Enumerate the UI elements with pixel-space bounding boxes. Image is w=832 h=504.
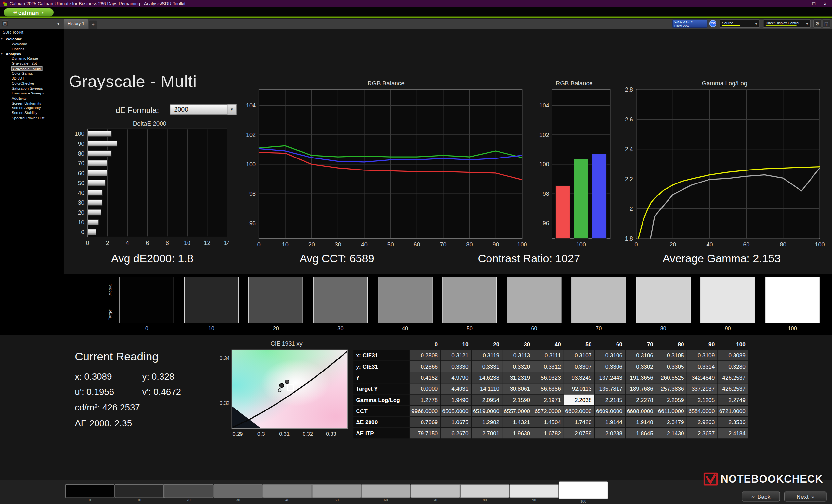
sidebar-item-screen-angularity[interactable]: Screen Angularity xyxy=(0,106,64,110)
level-thumbnail-100[interactable]: 100 xyxy=(559,484,608,503)
table-cell: 1.9144 xyxy=(595,417,625,427)
level-thumbnail-40[interactable]: 40 xyxy=(263,484,312,502)
table-cell: 0.0000 xyxy=(410,383,440,394)
display-control-dropdown[interactable]: Direct Display Control ▼ xyxy=(763,20,811,27)
sidebar-item-screen-stability[interactable]: Screen Stability xyxy=(0,110,64,115)
level-thumbnail-0[interactable]: 0 xyxy=(65,484,115,502)
de-formula-dropdown[interactable]: 2000 ▼ xyxy=(170,104,237,115)
de-formula-label: dE Formula: xyxy=(116,106,159,115)
sidebar-item-luminance-sweeps[interactable]: Luminance Sweeps xyxy=(0,91,64,96)
level-thumbnail-10[interactable]: 10 xyxy=(115,484,164,502)
svg-text:20: 20 xyxy=(670,241,676,248)
svg-text:98: 98 xyxy=(249,191,256,197)
svg-text:50: 50 xyxy=(387,241,394,248)
new-tab-button[interactable]: + xyxy=(89,21,97,29)
swatch-patch xyxy=(119,277,174,324)
sidebar-item-dynamic-range[interactable]: Dynamic Range xyxy=(0,56,64,61)
thumbnail-level-label: 30 xyxy=(213,499,263,502)
screen-icon[interactable]: ◱ xyxy=(823,20,830,27)
collapse-left-icon[interactable]: ◂ xyxy=(55,20,61,27)
table-cell: 6721.0000 xyxy=(718,405,748,416)
thumbnail-level-label: 100 xyxy=(559,500,608,503)
table-cell: 0.3314 xyxy=(687,361,717,372)
table-cell: 0.3105 xyxy=(656,350,687,361)
level-thumbnail-80[interactable]: 80 xyxy=(460,484,510,502)
avg-de-summary: Avg dE2000: 1.8 xyxy=(70,252,235,265)
thumbnail-level-label: 70 xyxy=(411,499,460,502)
table-col-header-30: 30 xyxy=(502,339,533,349)
sidebar-item-options[interactable]: Options xyxy=(0,47,64,51)
measurement-table: 0102030405060708090100x: CIE310.28080.31… xyxy=(353,339,748,439)
table-cell: 0.4152 xyxy=(410,372,440,383)
sidebar-group-analysis[interactable]: ▾Analysis xyxy=(0,51,64,56)
tab-history-1[interactable]: History 1 xyxy=(64,19,88,29)
grayscale-swatch-strip: Actual Target 0102030405060708090100 xyxy=(0,274,832,335)
level-thumbnail-60[interactable]: 60 xyxy=(361,484,411,502)
grayscale-swatch-0: 0 xyxy=(119,277,174,331)
sidebar-item-saturation-sweeps[interactable]: Saturation Sweeps xyxy=(0,86,64,91)
next-arrow-icon: » xyxy=(811,493,814,500)
maximize-icon[interactable]: □ xyxy=(810,0,818,7)
svg-text:0: 0 xyxy=(257,241,261,248)
level-thumbnail-70[interactable]: 70 xyxy=(411,484,460,502)
table-row-label: Y xyxy=(353,372,410,383)
svg-text:20: 20 xyxy=(308,241,315,248)
table-cell: 137.2443 xyxy=(595,372,625,383)
gear-icon[interactable]: ⚙ xyxy=(813,20,821,27)
level-thumbnail-30[interactable]: 30 xyxy=(213,484,263,502)
table-cell: 0.3113 xyxy=(502,350,533,361)
sidebar-item-3d-lut[interactable]: 3D LUT xyxy=(0,76,64,81)
svg-text:50: 50 xyxy=(78,180,84,187)
table-cell: 0.3109 xyxy=(687,350,717,361)
reading-u-prime: u': 0.1956 xyxy=(75,387,114,398)
back-button[interactable]: « Back xyxy=(742,491,780,501)
sidebar-item-grayscale-2pt[interactable]: Grayscale - 2pt xyxy=(0,61,64,66)
level-thumbnail-50[interactable]: 50 xyxy=(312,484,361,502)
table-cell: 14.6238 xyxy=(472,372,502,383)
swatch-patch xyxy=(249,277,303,324)
table-cell: 0.3106 xyxy=(626,350,656,361)
table-cell: 0.3107 xyxy=(564,350,594,361)
calman-flower-icon: ✳ xyxy=(13,10,17,15)
level-thumbnail-20[interactable]: 20 xyxy=(164,484,213,502)
table-row-label: x: CIE31 xyxy=(353,350,410,361)
sidebar-item-additivity[interactable]: Additivity xyxy=(0,96,64,101)
sidebar-item-welcome[interactable]: Welcome xyxy=(0,41,64,47)
grayscale-swatch-70: 70 xyxy=(571,277,626,331)
contrast-ratio-summary: Contrast Ratio: 1027 xyxy=(436,252,622,265)
thumbnail-patch xyxy=(164,484,213,498)
svg-text:30: 30 xyxy=(78,199,84,206)
sidebar-item-screen-uniformity[interactable]: Screen Uniformity xyxy=(0,101,64,106)
table-cell: 1.2982 xyxy=(472,417,502,427)
svg-text:70: 70 xyxy=(440,241,446,248)
svg-text:60: 60 xyxy=(414,241,420,248)
brand-name: calman xyxy=(18,9,39,16)
sidebar-item-grayscale-multi[interactable]: Grayscale - Multi xyxy=(0,66,64,71)
svg-text:10: 10 xyxy=(184,240,190,246)
table-col-header-70: 70 xyxy=(626,339,656,349)
next-button[interactable]: Next » xyxy=(784,491,827,501)
source-dropdown[interactable]: Source ▼ xyxy=(720,20,760,27)
swatch-row: 0102030405060708090100 xyxy=(119,277,829,331)
table-cell: 93.3249 xyxy=(564,372,594,383)
workspace-icon[interactable]: ⊞ xyxy=(2,20,8,27)
thumbnail-level-label: 40 xyxy=(263,499,312,502)
sidebar-item-color-gamut[interactable]: Color Gamut xyxy=(0,71,64,76)
close-icon[interactable]: × xyxy=(821,0,829,7)
rgb-balance-line-chart: 96981001021040102030405060708090100 xyxy=(241,85,531,250)
svg-text:98: 98 xyxy=(543,191,549,197)
table-cell: 426.2537 xyxy=(718,383,748,394)
meter-select-button[interactable]: X-Rite i1Pro 2 Direct View xyxy=(672,20,707,27)
sidebar-item-spectral-power-dist[interactable]: Spectral Power Dist. xyxy=(0,116,64,120)
sidebar-group-welcome[interactable]: ▾Welcome xyxy=(0,37,64,41)
sidebar-item-colorchecker[interactable]: ColorChecker xyxy=(0,81,64,86)
level-thumbnail-90[interactable]: 90 xyxy=(509,484,559,502)
table-cell: 92.0113 xyxy=(564,383,594,394)
minimize-icon[interactable]: — xyxy=(799,0,807,7)
swatch-level-label: 90 xyxy=(700,326,755,331)
sidebar: SDR Toolkit ▾WelcomeWelcomeOptions▾Analy… xyxy=(0,29,64,274)
svg-text:96: 96 xyxy=(543,220,549,227)
table-cell: 2.1205 xyxy=(687,395,717,405)
calman-logo-button[interactable]: ✳ calman ▼ xyxy=(4,8,53,16)
chevron-down-icon: ▼ xyxy=(227,105,236,115)
